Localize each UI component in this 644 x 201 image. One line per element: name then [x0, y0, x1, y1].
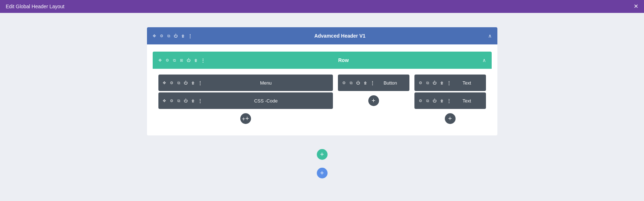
button-copy-icon[interactable] [349, 80, 354, 85]
css-copy-icon[interactable] [176, 98, 181, 103]
row-copy-icon[interactable] [172, 58, 177, 63]
text2-toolbar [418, 98, 452, 104]
section-toolbar [152, 33, 193, 39]
text1-toolbar [418, 80, 452, 86]
col-left-add-section: + [158, 110, 333, 130]
css-settings-icon[interactable] [169, 98, 174, 103]
menu-toolbar [162, 80, 203, 86]
css-power-icon[interactable] [183, 98, 188, 103]
layout-container: Advamced Header V1 Row [147, 27, 497, 187]
title-bar-title: Edit Global Header Layout [6, 4, 64, 9]
close-button[interactable]: ✕ [634, 4, 638, 9]
row-content: Menu [153, 69, 492, 135]
row-grid-icon[interactable] [179, 58, 184, 63]
text2-copy-icon[interactable] [425, 98, 430, 103]
row-title: Row [206, 57, 482, 63]
text2-settings-icon[interactable] [418, 98, 423, 103]
button-trash-icon[interactable] [363, 80, 368, 85]
col-mid: Button + [338, 75, 409, 112]
menu-copy-icon[interactable] [176, 80, 181, 85]
module-css-header: CSS -Code [158, 92, 333, 109]
col-right: Text [414, 75, 486, 130]
section-block: Advamced Header V1 Row [147, 27, 497, 135]
text1-trash-icon[interactable] [439, 80, 444, 85]
module-css-code: CSS -Code [158, 92, 333, 109]
section-more-icon[interactable] [188, 33, 193, 39]
module-menu: Menu [158, 75, 333, 91]
row-trash-icon[interactable] [193, 58, 198, 63]
col-mid-add-icon: + [372, 97, 375, 105]
text1-settings-icon[interactable] [418, 80, 423, 85]
add-row-icon: + [320, 151, 324, 158]
text1-more-icon[interactable] [447, 80, 452, 86]
text1-label: Text [452, 80, 482, 86]
css-move-icon[interactable] [162, 98, 167, 103]
section-bottom: + + [147, 143, 497, 183]
section-move-icon[interactable] [152, 33, 157, 38]
col-right-add-button[interactable]: + [445, 113, 456, 124]
row-collapse-icon[interactable] [482, 57, 487, 63]
row-power-icon[interactable] [186, 58, 191, 63]
add-section-button[interactable]: + [317, 168, 328, 178]
menu-more-icon[interactable] [198, 80, 203, 86]
col-left-add-button[interactable]: + [240, 113, 251, 124]
module-text-2: Text [414, 92, 486, 109]
section-trash-icon[interactable] [181, 33, 186, 38]
button-more-icon[interactable] [370, 80, 375, 86]
section-title: Advamced Header V1 [193, 33, 487, 39]
row-more-icon[interactable] [201, 58, 206, 63]
col-right-add-icon: + [448, 115, 452, 123]
module-menu-header: Menu [158, 75, 333, 91]
button-label: Button [375, 80, 406, 86]
section-settings-icon[interactable] [159, 33, 164, 38]
css-more-icon[interactable] [198, 98, 203, 104]
text2-power-icon[interactable] [432, 98, 437, 103]
module-text1-header: Text [414, 75, 486, 91]
col-right-add-section: + [414, 110, 486, 130]
text2-label: Text [452, 98, 482, 104]
row-move-icon[interactable] [158, 58, 163, 63]
text2-more-icon[interactable] [447, 98, 452, 104]
module-text2-header: Text [414, 92, 486, 109]
section-header: Advamced Header V1 [147, 27, 497, 44]
main-content: Advamced Header V1 Row [0, 13, 644, 201]
text1-copy-icon[interactable] [425, 80, 430, 85]
section-copy-icon[interactable] [166, 33, 171, 38]
add-row-button[interactable]: + [317, 149, 328, 160]
col-mid-add-button[interactable]: + [368, 95, 379, 106]
menu-move-icon[interactable] [162, 80, 167, 85]
section-collapse-icon[interactable] [487, 33, 492, 39]
section-power-icon[interactable] [173, 33, 178, 38]
css-trash-icon[interactable] [191, 98, 196, 103]
row-settings-icon[interactable] [165, 58, 170, 63]
row-block: Row [153, 52, 492, 135]
text2-trash-icon[interactable] [439, 98, 444, 103]
row-toolbar [158, 58, 206, 63]
row-header: Row [153, 52, 492, 69]
module-button: Button [338, 75, 409, 91]
menu-settings-icon[interactable] [169, 80, 174, 85]
button-power-icon[interactable] [356, 80, 361, 85]
css-toolbar [162, 98, 203, 104]
add-section-icon: + [320, 169, 324, 177]
text1-power-icon[interactable] [432, 80, 437, 85]
title-bar: Edit Global Header Layout ✕ [0, 0, 644, 13]
button-settings-icon[interactable] [341, 80, 346, 85]
col-mid-add-section: + [338, 92, 409, 112]
col-left-add-icon: + [242, 115, 249, 123]
menu-power-icon[interactable] [183, 80, 188, 85]
menu-label: Menu [203, 80, 329, 86]
module-button-header: Button [338, 75, 409, 91]
module-text-1: Text [414, 75, 486, 91]
css-label: CSS -Code [203, 98, 329, 104]
col-left: Menu [158, 75, 333, 130]
menu-trash-icon[interactable] [191, 80, 196, 85]
button-toolbar [341, 80, 375, 86]
